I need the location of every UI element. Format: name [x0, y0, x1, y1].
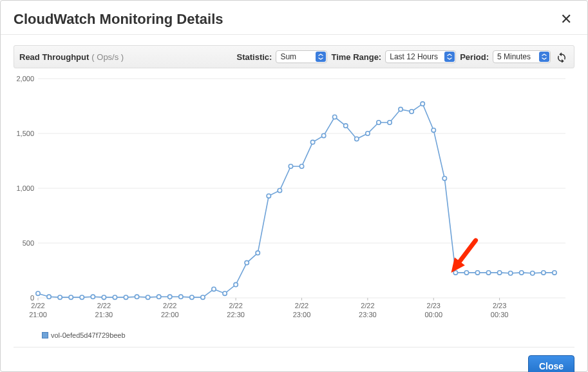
svg-point-67 [399, 107, 403, 111]
svg-point-74 [475, 271, 479, 275]
legend-series-name: vol-0efed5d47f729beeb [51, 331, 126, 339]
svg-point-52 [234, 282, 238, 286]
svg-point-64 [366, 132, 370, 135]
svg-text:2/23: 2/23 [493, 302, 506, 309]
svg-point-56 [278, 188, 281, 192]
svg-text:2,000: 2,000 [16, 75, 34, 83]
chart-controls: Statistic: Sum Time Range: Last 12 Hours… [237, 50, 569, 64]
svg-text:22:00: 22:00 [161, 311, 179, 318]
close-button[interactable]: Close [528, 355, 574, 372]
svg-point-57 [289, 164, 292, 168]
chart-legend: vol-0efed5d47f729beeb [42, 331, 580, 339]
time-range-select-wrap: Last 12 Hours [385, 50, 456, 63]
svg-point-40 [102, 295, 106, 299]
svg-point-76 [497, 271, 501, 275]
svg-point-71 [442, 177, 446, 181]
svg-point-59 [310, 140, 314, 144]
svg-point-53 [245, 260, 249, 264]
svg-point-46 [168, 295, 172, 299]
svg-text:2/22: 2/22 [97, 302, 111, 309]
time-range-label: Time Range: [331, 52, 381, 62]
svg-text:1,000: 1,000 [16, 184, 34, 192]
statistic-label: Statistic: [237, 52, 272, 62]
svg-point-38 [80, 295, 84, 299]
svg-point-37 [69, 295, 73, 299]
svg-point-49 [201, 295, 205, 299]
svg-point-66 [388, 121, 392, 124]
svg-text:2/22: 2/22 [229, 302, 242, 309]
svg-point-77 [508, 271, 512, 275]
svg-point-44 [146, 295, 149, 299]
svg-point-35 [47, 295, 51, 299]
svg-point-51 [223, 291, 227, 295]
refresh-icon [556, 51, 567, 63]
metric-name: Read Throughput [19, 52, 89, 62]
svg-text:21:00: 21:00 [29, 311, 47, 318]
svg-point-70 [432, 128, 435, 132]
svg-point-34 [36, 291, 40, 295]
svg-point-65 [377, 121, 381, 124]
svg-point-50 [212, 287, 216, 291]
svg-point-54 [256, 251, 260, 255]
refresh-button[interactable] [555, 50, 569, 64]
svg-text:22:30: 22:30 [227, 311, 245, 318]
svg-point-61 [332, 115, 336, 119]
svg-point-42 [124, 295, 128, 299]
svg-point-58 [299, 164, 303, 168]
chart-container: 05001,0001,5002,0002/2221:002/2221:302/2… [8, 72, 580, 339]
svg-point-45 [156, 295, 160, 299]
metric-label: Read Throughput ( Ops/s ) [19, 52, 124, 62]
modal-footer: Close [14, 347, 574, 372]
legend-swatch [42, 332, 48, 338]
svg-text:0: 0 [30, 294, 34, 302]
svg-point-48 [190, 295, 194, 299]
svg-point-80 [542, 271, 545, 275]
metric-unit: ( Ops/s ) [91, 52, 124, 62]
cloudwatch-modal: CloudWatch Monitoring Details ✕ Read Thr… [0, 0, 588, 372]
period-select[interactable]: 5 Minutes [493, 50, 551, 63]
svg-text:21:30: 21:30 [95, 311, 113, 318]
svg-point-75 [486, 271, 490, 275]
svg-text:2/23: 2/23 [427, 302, 441, 309]
svg-point-69 [421, 102, 424, 106]
svg-text:2/22: 2/22 [163, 302, 176, 309]
svg-point-73 [464, 271, 468, 275]
svg-point-62 [344, 124, 348, 128]
svg-text:23:30: 23:30 [359, 311, 377, 318]
period-select-wrap: 5 Minutes [493, 50, 551, 63]
modal-header: CloudWatch Monitoring Details ✕ [1, 1, 587, 35]
svg-text:23:00: 23:00 [293, 311, 311, 318]
svg-text:00:30: 00:30 [491, 311, 509, 318]
line-chart: 05001,0001,5002,0002/2221:002/2221:302/2… [8, 72, 572, 330]
svg-point-81 [553, 271, 556, 275]
close-icon[interactable]: ✕ [558, 11, 574, 28]
chart-toolbar: Read Throughput ( Ops/s ) Statistic: Sum… [14, 45, 574, 68]
svg-point-72 [453, 271, 457, 275]
svg-text:00:00: 00:00 [424, 311, 442, 318]
svg-text:2/22: 2/22 [31, 302, 44, 309]
svg-point-47 [179, 295, 183, 299]
svg-point-41 [113, 295, 117, 299]
svg-point-79 [531, 271, 535, 275]
svg-text:500: 500 [23, 239, 34, 247]
modal-title: CloudWatch Monitoring Details [14, 11, 223, 28]
statistic-select-wrap: Sum [276, 50, 327, 63]
svg-point-55 [267, 194, 270, 198]
svg-point-43 [135, 295, 138, 299]
svg-text:2/22: 2/22 [295, 302, 308, 309]
svg-point-63 [355, 137, 359, 141]
svg-point-39 [91, 295, 95, 299]
svg-point-60 [321, 133, 325, 137]
svg-point-78 [520, 271, 524, 275]
period-label: Period: [460, 52, 489, 62]
svg-point-36 [58, 295, 62, 299]
svg-text:1,500: 1,500 [16, 130, 34, 137]
statistic-select[interactable]: Sum [276, 50, 327, 63]
svg-point-68 [410, 110, 413, 113]
svg-text:2/22: 2/22 [361, 302, 374, 309]
time-range-select[interactable]: Last 12 Hours [385, 50, 456, 63]
